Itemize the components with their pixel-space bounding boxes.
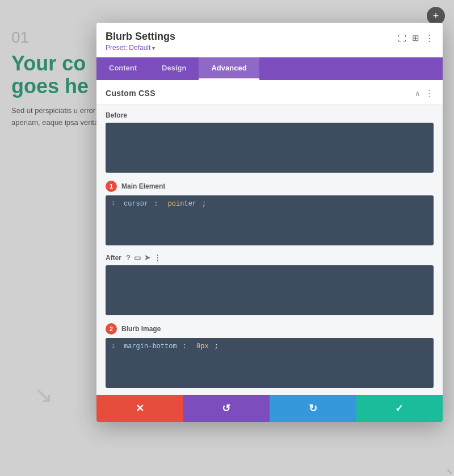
modal-title: Blurb Settings [106, 31, 175, 43]
css-property-blurb: margin-bottom [124, 343, 177, 350]
css-colon-blurb: : [183, 343, 191, 350]
css-block-blurb-image: 2 Blurb Image 1 margin-bottom : 0px ; [106, 323, 434, 388]
save-button[interactable]: ✓ [356, 395, 443, 422]
tablet-icon[interactable]: ▭ [134, 253, 141, 262]
arrow-container: ↘ [34, 382, 53, 408]
modal-header-actions: ⛶ ⊞ ⋮ [398, 31, 434, 43]
css-editor-after[interactable] [106, 265, 434, 315]
css-value-blurb: 0px [196, 343, 209, 350]
modal-preset-selector[interactable]: Preset: Default [106, 44, 175, 52]
modal-title-group: Blurb Settings Preset: Default [106, 31, 175, 52]
after-more-icon[interactable]: ⋮ [154, 253, 161, 262]
after-label-icons: ? ▭ ➤ ⋮ [126, 253, 161, 262]
cursor-icon[interactable]: ➤ [144, 253, 150, 262]
code-line-1: 1 cursor : pointer ; [111, 200, 428, 208]
css-block-main-element: 1 Main Element 1 cursor : pointer ; [106, 181, 434, 245]
modal-header: Blurb Settings Preset: Default ⛶ ⊞ ⋮ [96, 23, 443, 52]
css-block-after: After ? ▭ ➤ ⋮ [106, 253, 434, 315]
modal-body: Custom CSS ∧ ⋮ Before 1 Main Element [96, 80, 443, 395]
main-element-badge: 1 [106, 181, 117, 192]
resize-handle[interactable]: ⤡ [445, 467, 454, 476]
plus-icon: + [433, 10, 439, 22]
css-editor-blurb-image[interactable]: 1 margin-bottom : 0px ; [106, 338, 434, 388]
css-label-main-element: 1 Main Element [106, 181, 434, 192]
css-label-before: Before [106, 111, 434, 119]
css-editors: Before 1 Main Element 1 cursor : pointer [96, 105, 443, 395]
line-number: 1 [111, 200, 118, 207]
css-value: pointer [168, 200, 196, 208]
custom-css-title: Custom CSS [106, 89, 155, 98]
css-semicolon: ; [202, 200, 206, 208]
fullscreen-icon[interactable]: ⛶ [398, 34, 406, 43]
blurb-code-line-1: 1 margin-bottom : 0px ; [111, 343, 428, 350]
css-colon: : [154, 200, 162, 208]
section-header-actions: ∧ ⋮ [415, 88, 434, 98]
tab-content[interactable]: Content [96, 57, 149, 80]
css-property: cursor [124, 200, 148, 208]
css-semicolon-blurb: ; [215, 343, 218, 350]
css-editor-main-element[interactable]: 1 cursor : pointer ; [106, 195, 434, 245]
section-more-icon[interactable]: ⋮ [425, 88, 434, 98]
reset-button[interactable]: ↺ [183, 395, 270, 422]
css-label-after: After ? ▭ ➤ ⋮ [106, 253, 434, 262]
layout-icon[interactable]: ⊞ [412, 33, 419, 43]
arrow-down-right-icon: ↘ [34, 382, 53, 408]
blurb-image-badge: 2 [106, 323, 117, 335]
cancel-button[interactable]: ✕ [96, 395, 183, 422]
help-icon[interactable]: ? [126, 253, 131, 262]
custom-css-section-header: Custom CSS ∧ ⋮ [96, 80, 443, 105]
collapse-icon[interactable]: ∧ [415, 89, 421, 98]
modal-footer: ✕ ↺ ↻ ✓ [96, 395, 443, 422]
css-editor-before[interactable] [106, 123, 434, 173]
blurb-settings-modal: Blurb Settings Preset: Default ⛶ ⊞ ⋮ Con… [96, 23, 443, 422]
css-block-before: Before [106, 111, 434, 173]
tab-design[interactable]: Design [149, 57, 199, 80]
css-label-blurb-image: 2 Blurb Image [106, 323, 434, 335]
more-options-icon[interactable]: ⋮ [425, 33, 434, 43]
redo-button[interactable]: ↻ [270, 395, 356, 422]
modal-tabs: Content Design Advanced [96, 57, 443, 80]
tab-advanced[interactable]: Advanced [199, 57, 259, 80]
line-number-blurb: 1 [111, 343, 118, 349]
